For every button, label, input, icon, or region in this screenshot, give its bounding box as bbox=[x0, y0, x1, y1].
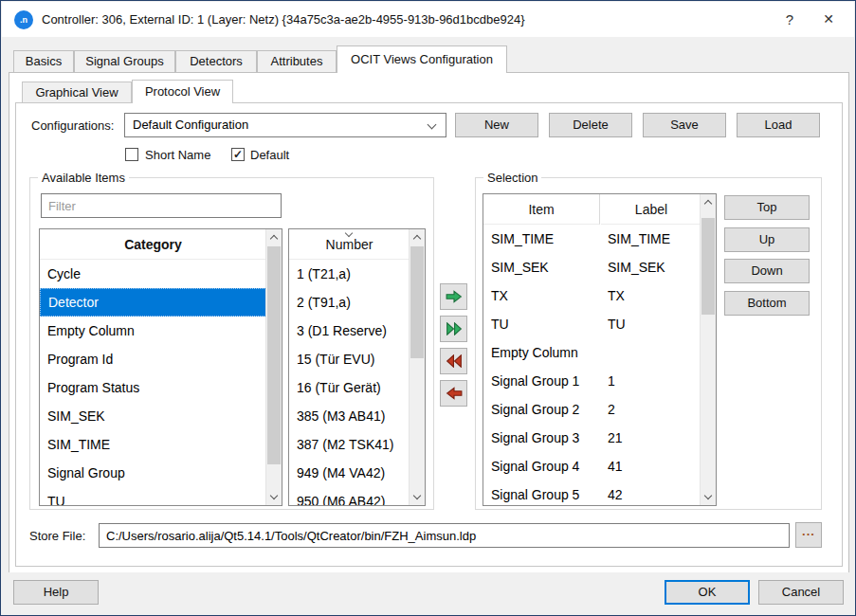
top-button[interactable]: Top bbox=[724, 195, 810, 220]
bottom-button[interactable]: Bottom bbox=[724, 291, 810, 316]
green-double-right-arrow-icon bbox=[446, 322, 463, 335]
remove-button[interactable] bbox=[440, 380, 467, 407]
category-item-program-status[interactable]: Program Status bbox=[40, 373, 266, 402]
chevron-down-icon bbox=[428, 120, 437, 130]
number-scrollbar-thumb[interactable] bbox=[410, 246, 424, 358]
checkmark-icon: ✓ bbox=[233, 148, 243, 161]
configurations-select[interactable]: Default Configuration bbox=[124, 113, 446, 137]
number-item[interactable]: 15 (Tür EVU) bbox=[289, 345, 410, 373]
number-table: Number 1 (T21,a) 2 (T91,a) 3 (D1 Reserve… bbox=[288, 228, 426, 506]
category-item-sim-sek[interactable]: SIM_SEK bbox=[40, 402, 266, 430]
subtab-graphical-view[interactable]: Graphical View bbox=[22, 82, 132, 103]
selection-row-item[interactable]: Signal Group 3 bbox=[483, 424, 600, 452]
selection-row-item[interactable]: Signal Group 4 bbox=[483, 452, 600, 480]
save-button[interactable]: Save bbox=[643, 113, 726, 137]
number-scrollbar[interactable] bbox=[409, 229, 425, 505]
store-file-input[interactable] bbox=[99, 523, 790, 548]
number-item[interactable]: 385 (M3 AB41) bbox=[289, 402, 410, 430]
selection-row-label[interactable]: 42 bbox=[600, 480, 701, 506]
selection-scrollbar[interactable] bbox=[700, 194, 716, 505]
scroll-down-icon[interactable] bbox=[410, 489, 425, 505]
filter-input[interactable] bbox=[41, 193, 282, 218]
category-item-empty-column[interactable]: Empty Column bbox=[40, 317, 266, 345]
selection-row-label[interactable]: 2 bbox=[600, 395, 701, 424]
up-button[interactable]: Up bbox=[724, 227, 810, 252]
number-item[interactable]: 16 (Tür Gerät) bbox=[289, 373, 410, 402]
scroll-up-icon[interactable] bbox=[701, 194, 716, 210]
selection-row-label[interactable] bbox=[600, 338, 701, 367]
tab-attributes[interactable]: Attributes bbox=[257, 50, 337, 73]
selection-row-label[interactable]: SIM_SEK bbox=[600, 253, 701, 281]
add-all-button[interactable] bbox=[440, 316, 467, 342]
selection-group-label: Selection bbox=[483, 171, 541, 185]
red-double-left-arrow-icon bbox=[446, 354, 463, 368]
tab-signal-groups[interactable]: Signal Groups bbox=[74, 50, 175, 73]
browse-button[interactable]: ... bbox=[795, 522, 822, 548]
selection-row-label[interactable]: 41 bbox=[600, 452, 701, 480]
new-button[interactable]: New bbox=[455, 113, 538, 137]
selection-table: Item Label SIM_TIME SIM_TIME SIM_SEK SIM… bbox=[483, 193, 717, 506]
number-column-header[interactable]: Number bbox=[289, 229, 410, 260]
number-item[interactable]: 3 (D1 Reserve) bbox=[289, 317, 410, 345]
load-button[interactable]: Load bbox=[737, 113, 820, 137]
number-item[interactable]: 387 (M2 TSK41) bbox=[289, 430, 410, 459]
cancel-button[interactable]: Cancel bbox=[758, 580, 844, 605]
selection-row-label[interactable]: 1 bbox=[600, 367, 701, 395]
category-item-detector[interactable]: Detector bbox=[40, 288, 266, 317]
remove-all-button[interactable] bbox=[440, 348, 467, 374]
title-bar: .n Controller: 306, External ID: 1 (Laye… bbox=[2, 2, 854, 37]
scroll-up-icon[interactable] bbox=[266, 229, 282, 245]
number-item[interactable]: 1 (T21,a) bbox=[289, 260, 410, 288]
category-table: Category Cycle Detector Empty Column Pro… bbox=[39, 228, 282, 506]
number-item[interactable]: 949 (M4 VA42) bbox=[289, 459, 410, 487]
subtab-protocol-view[interactable]: Protocol View bbox=[132, 80, 233, 103]
category-item-sim-time[interactable]: SIM_TIME bbox=[40, 430, 266, 459]
tab-detectors[interactable]: Detectors bbox=[175, 50, 257, 73]
default-checkbox[interactable]: ✓ bbox=[231, 148, 245, 161]
close-icon[interactable]: ✕ bbox=[809, 2, 848, 37]
number-item[interactable]: 950 (M6 AB42) bbox=[289, 487, 410, 506]
tab-ocit-views-configuration[interactable]: OCIT Views Configuration bbox=[337, 45, 507, 73]
scroll-up-icon[interactable] bbox=[410, 229, 425, 245]
controller-dialog: .n Controller: 306, External ID: 1 (Laye… bbox=[0, 0, 856, 616]
selection-row-label[interactable]: SIM_TIME bbox=[600, 225, 701, 253]
default-checkbox-label: Default bbox=[250, 148, 289, 162]
scroll-down-icon[interactable] bbox=[701, 489, 716, 505]
add-button[interactable] bbox=[440, 283, 467, 310]
selection-row-item[interactable]: Signal Group 5 bbox=[483, 480, 600, 506]
configurations-selected-value: Default Configuration bbox=[133, 118, 248, 132]
selection-scrollbar-thumb[interactable] bbox=[701, 218, 715, 315]
item-column-header[interactable]: Item bbox=[483, 194, 600, 225]
available-items-group-label: Available Items bbox=[38, 171, 129, 185]
short-name-checkbox[interactable] bbox=[125, 148, 138, 161]
category-item-cycle[interactable]: Cycle bbox=[40, 260, 266, 288]
green-right-arrow-icon bbox=[446, 290, 463, 303]
category-scrollbar-thumb[interactable] bbox=[267, 246, 281, 464]
selection-row-item[interactable]: Empty Column bbox=[483, 338, 600, 367]
selection-row-item[interactable]: TX bbox=[483, 281, 600, 310]
titlebar-help-button[interactable]: ? bbox=[771, 2, 809, 37]
category-scrollbar[interactable] bbox=[265, 229, 282, 505]
category-item-program-id[interactable]: Program Id bbox=[40, 345, 266, 373]
number-item[interactable]: 2 (T91,a) bbox=[289, 288, 410, 317]
selection-row-item[interactable]: Signal Group 1 bbox=[483, 367, 600, 395]
category-item-signal-group[interactable]: Signal Group bbox=[40, 459, 266, 487]
selection-row-label[interactable]: TX bbox=[600, 281, 701, 310]
delete-button[interactable]: Delete bbox=[549, 113, 632, 137]
tab-basics[interactable]: Basics bbox=[13, 50, 74, 73]
configurations-label: Configurations: bbox=[31, 118, 114, 133]
selection-row-item[interactable]: SIM_TIME bbox=[483, 225, 600, 253]
selection-row-item[interactable]: Signal Group 2 bbox=[483, 395, 600, 424]
down-button[interactable]: Down bbox=[724, 259, 810, 283]
scroll-down-icon[interactable] bbox=[266, 489, 282, 505]
category-column-header[interactable]: Category bbox=[40, 229, 266, 260]
label-column-header[interactable]: Label bbox=[601, 194, 701, 225]
store-file-label: Store File: bbox=[29, 529, 85, 543]
selection-row-label[interactable]: 21 bbox=[600, 424, 701, 452]
selection-row-item[interactable]: SIM_SEK bbox=[483, 253, 600, 281]
category-item-tu[interactable]: TU bbox=[40, 487, 266, 506]
selection-row-label[interactable]: TU bbox=[600, 310, 701, 338]
help-button[interactable]: Help bbox=[13, 580, 99, 605]
ok-button[interactable]: OK bbox=[665, 580, 750, 605]
selection-row-item[interactable]: TU bbox=[483, 310, 600, 338]
